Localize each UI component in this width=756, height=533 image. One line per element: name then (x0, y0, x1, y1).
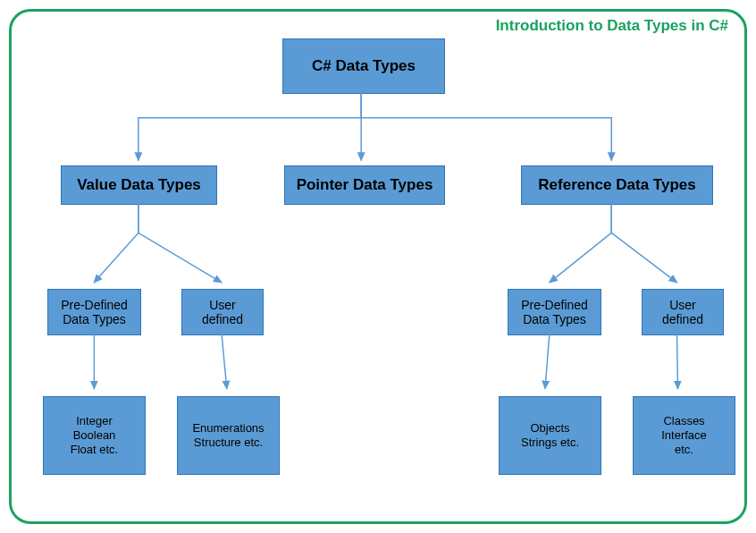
node-value-userdefined: User defined (181, 289, 264, 335)
node-value-data-types: Value Data Types (61, 165, 217, 205)
node-value-predefined: Pre-Defined Data Types (47, 289, 141, 335)
node-value-predefined-examples: Integer Boolean Float etc. (43, 396, 146, 475)
node-root: C# Data Types (282, 38, 445, 94)
diagram-frame: Introduction to Data Types in C# C# Data… (9, 9, 747, 524)
node-reference-predefined-examples: Objects Strings etc. (499, 396, 601, 475)
node-reference-data-types: Reference Data Types (521, 165, 713, 205)
node-reference-userdefined: User defined (642, 289, 724, 335)
node-reference-userdefined-examples: Classes Interface etc. (633, 396, 735, 475)
node-pointer-data-types: Pointer Data Types (284, 165, 445, 205)
node-value-userdefined-examples: Enumerations Structure etc. (177, 396, 280, 475)
node-reference-predefined: Pre-Defined Data Types (508, 289, 601, 335)
diagram-title: Introduction to Data Types in C# (496, 17, 728, 35)
